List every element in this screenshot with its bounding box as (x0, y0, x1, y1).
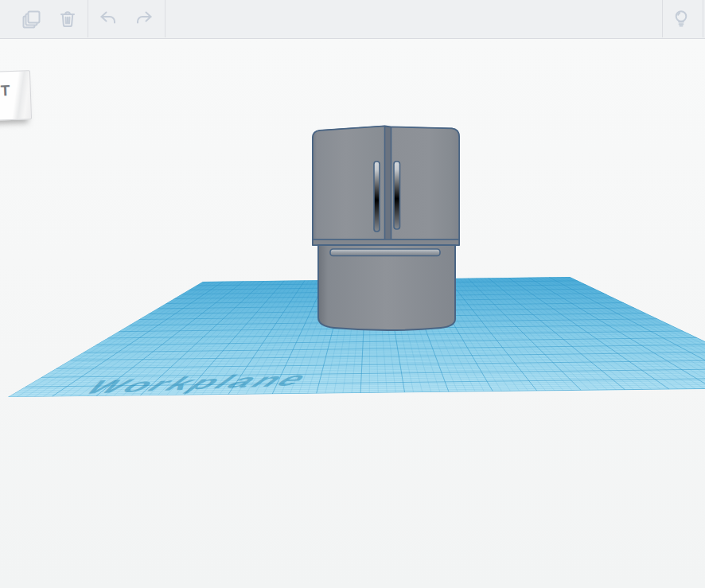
tips-button[interactable] (668, 6, 694, 32)
refrigerator-model[interactable] (305, 116, 464, 335)
redo-button[interactable] (131, 6, 157, 32)
fridge-left-door-handle (374, 162, 380, 232)
fridge-drawer-handle (330, 249, 440, 256)
undo-button[interactable] (95, 6, 121, 32)
duplicate-button[interactable] (19, 6, 45, 32)
trash-icon (56, 7, 80, 31)
view-cube-face-label: T (0, 82, 10, 99)
toolbar-divider (703, 0, 703, 37)
duplicate-icon (20, 7, 44, 31)
fridge-right-door (391, 127, 460, 240)
toolbar-divider (165, 0, 166, 37)
toolbar (0, 0, 705, 39)
fridge-right-door-handle (394, 162, 400, 229)
toolbar-divider (662, 0, 663, 37)
delete-button[interactable] (55, 6, 80, 32)
toolbar-divider (88, 0, 88, 37)
undo-icon (96, 7, 120, 31)
canvas-3d-viewport[interactable]: Workplane T (0, 39, 705, 588)
fridge-freezer-drawer (318, 245, 455, 330)
fridge-rail (313, 239, 459, 245)
view-cube[interactable]: T (0, 70, 32, 121)
redo-icon (132, 7, 156, 31)
lightbulb-icon (669, 7, 693, 31)
